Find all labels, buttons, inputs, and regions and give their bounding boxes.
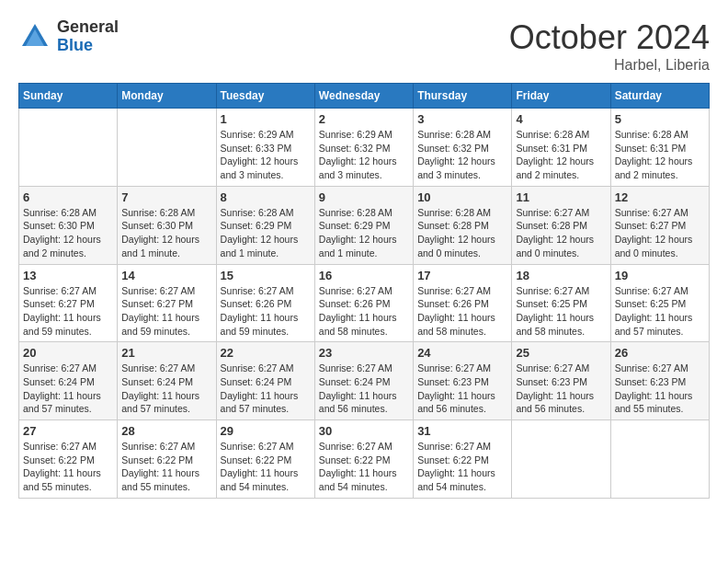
day-number: 19 <box>615 269 705 282</box>
logo-text: General Blue <box>57 18 119 55</box>
day-number: 22 <box>221 346 311 360</box>
day-number: 8 <box>221 190 311 204</box>
calendar-cell: 12Sunrise: 6:27 AM Sunset: 6:27 PM Dayli… <box>610 186 709 264</box>
logo-blue-text: Blue <box>57 37 119 55</box>
day-number: 15 <box>221 269 311 282</box>
calendar-cell: 21Sunrise: 6:27 AM Sunset: 6:24 PM Dayli… <box>118 342 216 420</box>
day-number: 24 <box>417 346 507 360</box>
day-number: 13 <box>23 269 113 282</box>
day-number: 25 <box>516 346 606 360</box>
day-info: Sunrise: 6:27 AM Sunset: 6:23 PM Dayligh… <box>417 362 507 416</box>
title-area: October 2024 Harbel, Liberia <box>509 18 710 74</box>
calendar-cell: 23Sunrise: 6:27 AM Sunset: 6:24 PM Dayli… <box>314 342 413 420</box>
day-info: Sunrise: 6:27 AM Sunset: 6:23 PM Dayligh… <box>615 362 705 416</box>
day-number: 26 <box>615 346 705 360</box>
calendar-header-row: SundayMondayTuesdayWednesdayThursdayFrid… <box>19 84 710 109</box>
day-info: Sunrise: 6:28 AM Sunset: 6:30 PM Dayligh… <box>23 206 113 260</box>
calendar-cell: 26Sunrise: 6:27 AM Sunset: 6:23 PM Dayli… <box>610 342 709 420</box>
day-number: 9 <box>319 190 409 204</box>
day-info: Sunrise: 6:27 AM Sunset: 6:28 PM Dayligh… <box>516 206 606 260</box>
day-info: Sunrise: 6:27 AM Sunset: 6:27 PM Dayligh… <box>121 284 211 339</box>
day-number: 28 <box>121 424 211 438</box>
day-info: Sunrise: 6:27 AM Sunset: 6:27 PM Dayligh… <box>615 206 705 260</box>
calendar-cell <box>512 420 610 499</box>
day-number: 17 <box>417 269 507 282</box>
day-info: Sunrise: 6:27 AM Sunset: 6:22 PM Dayligh… <box>121 440 211 494</box>
day-info: Sunrise: 6:27 AM Sunset: 6:26 PM Dayligh… <box>417 284 507 339</box>
calendar-cell: 10Sunrise: 6:28 AM Sunset: 6:28 PM Dayli… <box>414 186 512 264</box>
calendar-week-row: 1Sunrise: 6:29 AM Sunset: 6:33 PM Daylig… <box>19 109 710 187</box>
day-number: 31 <box>417 424 507 438</box>
calendar-week-row: 27Sunrise: 6:27 AM Sunset: 6:22 PM Dayli… <box>19 420 710 499</box>
calendar-cell <box>610 420 709 499</box>
calendar-cell: 22Sunrise: 6:27 AM Sunset: 6:24 PM Dayli… <box>216 342 314 420</box>
day-info: Sunrise: 6:29 AM Sunset: 6:32 PM Dayligh… <box>319 128 409 182</box>
calendar-cell: 17Sunrise: 6:27 AM Sunset: 6:26 PM Dayli… <box>414 264 512 342</box>
calendar-week-row: 6Sunrise: 6:28 AM Sunset: 6:30 PM Daylig… <box>19 186 710 264</box>
day-number: 1 <box>221 112 311 126</box>
day-info: Sunrise: 6:27 AM Sunset: 6:22 PM Dayligh… <box>23 440 113 494</box>
day-number: 7 <box>121 190 211 204</box>
day-number: 2 <box>319 112 409 126</box>
logo-general-text: General <box>57 18 119 37</box>
day-info: Sunrise: 6:28 AM Sunset: 6:31 PM Dayligh… <box>516 128 606 182</box>
calendar-cell: 16Sunrise: 6:27 AM Sunset: 6:26 PM Dayli… <box>314 264 413 342</box>
day-info: Sunrise: 6:27 AM Sunset: 6:24 PM Dayligh… <box>23 362 113 416</box>
calendar-week-row: 20Sunrise: 6:27 AM Sunset: 6:24 PM Dayli… <box>19 342 710 420</box>
calendar-cell: 1Sunrise: 6:29 AM Sunset: 6:33 PM Daylig… <box>216 109 314 187</box>
day-number: 5 <box>615 112 705 126</box>
day-info: Sunrise: 6:27 AM Sunset: 6:22 PM Dayligh… <box>417 440 507 494</box>
calendar-cell: 24Sunrise: 6:27 AM Sunset: 6:23 PM Dayli… <box>414 342 512 420</box>
calendar-week-row: 13Sunrise: 6:27 AM Sunset: 6:27 PM Dayli… <box>19 264 710 342</box>
day-number: 4 <box>516 112 606 126</box>
header: General Blue October 2024 Harbel, Liberi… <box>18 18 710 74</box>
day-info: Sunrise: 6:27 AM Sunset: 6:26 PM Dayligh… <box>221 284 311 339</box>
calendar: SundayMondayTuesdayWednesdayThursdayFrid… <box>18 83 710 499</box>
calendar-cell: 19Sunrise: 6:27 AM Sunset: 6:25 PM Dayli… <box>610 264 709 342</box>
day-number: 16 <box>319 269 409 282</box>
day-info: Sunrise: 6:27 AM Sunset: 6:23 PM Dayligh… <box>516 362 606 416</box>
calendar-day-header: Friday <box>512 84 610 109</box>
month-title: October 2024 <box>509 18 710 57</box>
calendar-cell: 25Sunrise: 6:27 AM Sunset: 6:23 PM Dayli… <box>512 342 610 420</box>
day-info: Sunrise: 6:28 AM Sunset: 6:29 PM Dayligh… <box>221 206 311 260</box>
day-number: 27 <box>23 424 113 438</box>
day-info: Sunrise: 6:27 AM Sunset: 6:22 PM Dayligh… <box>319 440 409 494</box>
calendar-cell: 9Sunrise: 6:28 AM Sunset: 6:29 PM Daylig… <box>314 186 413 264</box>
day-info: Sunrise: 6:28 AM Sunset: 6:30 PM Dayligh… <box>121 206 211 260</box>
calendar-cell <box>19 109 118 187</box>
calendar-cell: 28Sunrise: 6:27 AM Sunset: 6:22 PM Dayli… <box>118 420 216 499</box>
calendar-day-header: Wednesday <box>314 84 413 109</box>
day-info: Sunrise: 6:28 AM Sunset: 6:31 PM Dayligh… <box>615 128 705 182</box>
day-number: 18 <box>516 269 606 282</box>
day-info: Sunrise: 6:27 AM Sunset: 6:24 PM Dayligh… <box>121 362 211 416</box>
calendar-day-header: Sunday <box>19 84 118 109</box>
day-number: 14 <box>121 269 211 282</box>
calendar-cell: 29Sunrise: 6:27 AM Sunset: 6:22 PM Dayli… <box>216 420 314 499</box>
day-info: Sunrise: 6:27 AM Sunset: 6:22 PM Dayligh… <box>221 440 311 494</box>
logo: General Blue <box>18 18 119 55</box>
day-info: Sunrise: 6:27 AM Sunset: 6:25 PM Dayligh… <box>615 284 705 339</box>
day-number: 3 <box>417 112 507 126</box>
calendar-cell: 15Sunrise: 6:27 AM Sunset: 6:26 PM Dayli… <box>216 264 314 342</box>
day-info: Sunrise: 6:27 AM Sunset: 6:24 PM Dayligh… <box>319 362 409 416</box>
calendar-day-header: Tuesday <box>216 84 314 109</box>
calendar-cell: 5Sunrise: 6:28 AM Sunset: 6:31 PM Daylig… <box>610 109 709 187</box>
day-info: Sunrise: 6:29 AM Sunset: 6:33 PM Dayligh… <box>221 128 311 182</box>
calendar-day-header: Saturday <box>610 84 709 109</box>
day-number: 30 <box>319 424 409 438</box>
day-info: Sunrise: 6:27 AM Sunset: 6:24 PM Dayligh… <box>221 362 311 416</box>
day-info: Sunrise: 6:27 AM Sunset: 6:26 PM Dayligh… <box>319 284 409 339</box>
location-title: Harbel, Liberia <box>509 57 710 74</box>
calendar-cell <box>118 109 216 187</box>
day-info: Sunrise: 6:27 AM Sunset: 6:25 PM Dayligh… <box>516 284 606 339</box>
day-number: 29 <box>221 424 311 438</box>
calendar-cell: 13Sunrise: 6:27 AM Sunset: 6:27 PM Dayli… <box>19 264 118 342</box>
calendar-cell: 2Sunrise: 6:29 AM Sunset: 6:32 PM Daylig… <box>314 109 413 187</box>
calendar-cell: 31Sunrise: 6:27 AM Sunset: 6:22 PM Dayli… <box>414 420 512 499</box>
calendar-cell: 4Sunrise: 6:28 AM Sunset: 6:31 PM Daylig… <box>512 109 610 187</box>
day-number: 23 <box>319 346 409 360</box>
day-number: 21 <box>121 346 211 360</box>
day-info: Sunrise: 6:28 AM Sunset: 6:29 PM Dayligh… <box>319 206 409 260</box>
day-number: 12 <box>615 190 705 204</box>
